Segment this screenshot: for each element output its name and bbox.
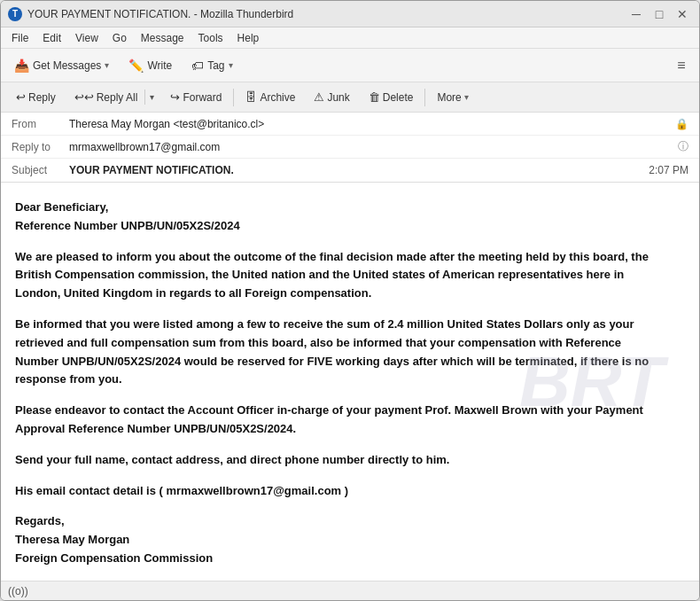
action-divider-2: [424, 89, 425, 106]
email-header: From Theresa May Morgan <test@britanico.…: [1, 113, 699, 183]
hamburger-menu-button[interactable]: ≡: [669, 53, 694, 78]
junk-icon: ⚠: [314, 90, 324, 104]
tag-label: Tag: [207, 59, 224, 72]
action-divider-1: [233, 89, 234, 106]
delete-label: Delete: [383, 91, 414, 104]
archive-button[interactable]: 🗄 Archive: [237, 87, 303, 107]
tag-dropdown-icon[interactable]: ▾: [229, 60, 233, 70]
get-messages-label: Get Messages: [33, 59, 101, 72]
more-button[interactable]: More ▾: [429, 88, 476, 107]
more-dropdown-icon: ▾: [464, 92, 469, 102]
email-paragraph-5: Send your full name, contact address, an…: [15, 451, 653, 470]
write-button[interactable]: ✏️ Write: [121, 54, 180, 77]
reply-all-button[interactable]: ↩↩ Reply All: [67, 88, 145, 106]
menu-file[interactable]: File: [4, 30, 35, 46]
reply-icon: ↩: [16, 90, 26, 104]
reply-to-label: Reply to: [12, 141, 69, 153]
forward-button[interactable]: ↪ Forward: [162, 87, 229, 107]
get-messages-icon: 📥: [14, 59, 29, 73]
reply-to-info-icon[interactable]: ⓘ: [678, 139, 688, 154]
from-value: Theresa May Morgan <test@britanico.cl>: [69, 118, 670, 130]
get-messages-dropdown-icon[interactable]: ▾: [105, 60, 109, 70]
titlebar: T YOUR PAYMENT NOTIFICATION. - Mozilla T…: [1, 1, 699, 27]
archive-label: Archive: [260, 91, 295, 104]
maximize-button[interactable]: □: [649, 4, 669, 24]
email-time: 2:07 PM: [649, 164, 688, 176]
email-content: Dear Beneficiary,Reference Number UNPB/U…: [15, 199, 653, 568]
window-controls: ─ □ ✕: [626, 4, 692, 24]
reply-all-dropdown-icon[interactable]: ▾: [144, 90, 159, 105]
close-button[interactable]: ✕: [673, 4, 692, 24]
delete-button[interactable]: 🗑 Delete: [361, 87, 422, 107]
tag-icon: 🏷: [191, 59, 204, 73]
archive-icon: 🗄: [245, 90, 257, 104]
subject-value: YOUR PAYMENT NOTIFICATION.: [69, 164, 649, 176]
app-icon: T: [8, 7, 22, 21]
email-action-bar: ↩ Reply ↩↩ Reply All ▾ ↪ Forward 🗄 Archi…: [1, 82, 699, 113]
thunderbird-window: T YOUR PAYMENT NOTIFICATION. - Mozilla T…: [0, 0, 700, 601]
forward-icon: ↪: [170, 90, 180, 104]
reply-button[interactable]: ↩ Reply: [8, 87, 64, 107]
menu-message[interactable]: Message: [134, 30, 191, 46]
email-paragraph-2: We are pleased to inform you about the o…: [15, 248, 653, 303]
menu-go[interactable]: Go: [105, 30, 134, 46]
menubar: File Edit View Go Message Tools Help: [1, 27, 699, 49]
from-label: From: [12, 118, 69, 130]
from-row: From Theresa May Morgan <test@britanico.…: [1, 113, 699, 136]
reply-to-value: mrmaxwellbrown17@gmail.com: [69, 141, 673, 153]
write-icon: ✏️: [128, 59, 144, 73]
more-label: More: [437, 91, 461, 104]
reply-all-icon: ↩↩: [74, 90, 94, 104]
tag-button[interactable]: 🏷 Tag ▾: [183, 54, 240, 77]
subject-row: Subject YOUR PAYMENT NOTIFICATION. 2:07 …: [1, 159, 699, 182]
junk-button[interactable]: ⚠ Junk: [306, 87, 357, 107]
minimize-button[interactable]: ─: [626, 4, 646, 24]
delete-icon: 🗑: [369, 90, 380, 104]
write-label: Write: [147, 59, 172, 72]
status-icon: ((o)): [8, 585, 28, 597]
email-paragraph-4: Please endeavor to contact the Account O…: [15, 402, 653, 439]
email-paragraph-7: Regards,Theresa May MorganForeign Compen…: [15, 512, 653, 567]
menu-view[interactable]: View: [68, 30, 105, 46]
statusbar: ((o)): [1, 581, 699, 600]
menu-tools[interactable]: Tools: [191, 30, 230, 46]
get-messages-button[interactable]: 📥 Get Messages ▾: [6, 54, 117, 77]
email-body: BRT Dear Beneficiary,Reference Number UN…: [1, 183, 699, 581]
main-toolbar: 📥 Get Messages ▾ ✏️ Write 🏷 Tag ▾ ≡: [1, 49, 699, 82]
junk-label: Junk: [327, 91, 349, 104]
reply-all-split: ↩↩ Reply All ▾: [66, 87, 160, 107]
menu-help[interactable]: Help: [230, 30, 267, 46]
reply-all-label: Reply All: [97, 91, 138, 104]
reply-to-row: Reply to mrmaxwellbrown17@gmail.com ⓘ: [1, 136, 699, 159]
email-paragraph-1: Dear Beneficiary,Reference Number UNPB/U…: [15, 199, 653, 236]
email-paragraph-3: Be informed that you were listed among a…: [15, 316, 653, 389]
email-paragraph-6: His email contact detail is ( mrmaxwellb…: [15, 482, 653, 501]
forward-label: Forward: [183, 91, 222, 104]
subject-label: Subject: [12, 164, 69, 176]
menu-edit[interactable]: Edit: [35, 30, 68, 46]
reply-label: Reply: [28, 91, 56, 104]
window-title: YOUR PAYMENT NOTIFICATION. - Mozilla Thu…: [27, 8, 626, 20]
security-icon[interactable]: 🔒: [675, 118, 688, 130]
